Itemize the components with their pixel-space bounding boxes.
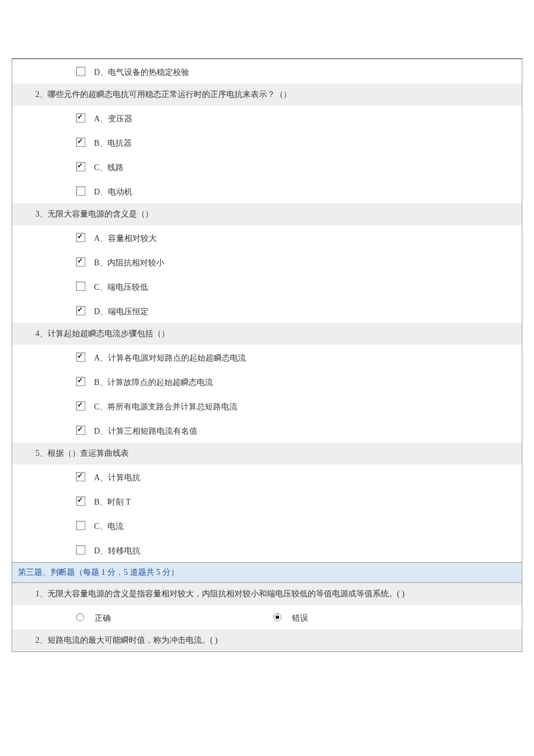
q5-option-b-label: B、时刻 T	[94, 497, 131, 507]
q2-option-d-row: D、电动机	[12, 179, 522, 203]
q3-option-c-label: C、端电压较低	[94, 282, 148, 293]
section3-q1-options: 正确 错误	[12, 605, 522, 629]
q5-option-a-checkbox[interactable]	[76, 472, 85, 481]
q4-option-b-row: B、计算故障点的起始超瞬态电流	[12, 369, 522, 394]
q5-option-d-label: D、转移电抗	[94, 546, 140, 556]
q4-option-c-label: C、将所有电源支路合并计算总短路电流	[94, 402, 237, 412]
q4-option-b-label: B、计算故障点的起始超瞬态电流	[94, 377, 213, 388]
section3-q1-false-label: 错误	[292, 613, 308, 624]
q4-option-d-label: D、计算三相短路电流有名值	[94, 426, 197, 437]
q3-option-b-label: B、内阻抗相对较小	[94, 258, 164, 268]
section3-q1-true-label: 正确	[95, 613, 111, 624]
q3-option-c-checkbox[interactable]	[76, 282, 85, 291]
q4-option-a-label: A、计算各电源对短路点的起始超瞬态电流	[94, 353, 246, 363]
q4-option-d-checkbox[interactable]	[76, 426, 85, 435]
q5-option-d-checkbox[interactable]	[76, 545, 85, 555]
q4-option-c-checkbox[interactable]	[76, 401, 85, 411]
q3-option-c-row: C、端电压较低	[12, 274, 522, 298]
q2-option-a-row: A、变压器	[12, 106, 522, 130]
q1-option-d-row: D、电气设备的热稳定校验	[12, 59, 522, 84]
section3-header: 第三题、判断题（每题 1 分，5 道题共 5 分）	[12, 562, 522, 583]
q3-option-d-label: D、端电压恒定	[94, 307, 149, 317]
q5-option-b-row: B、时刻 T	[12, 489, 522, 513]
section3-q1-false-radio[interactable]	[273, 613, 282, 621]
q4-option-b-checkbox[interactable]	[76, 377, 85, 386]
section3-q1-false-option: 错误	[273, 612, 308, 622]
q2-option-d-label: D、电动机	[94, 187, 132, 197]
q3-text: 3、无限大容量电源的含义是（）	[12, 203, 522, 225]
q4-option-a-checkbox[interactable]	[76, 352, 85, 362]
q2-option-d-checkbox[interactable]	[76, 186, 85, 196]
q2-option-c-row: C、线路	[12, 154, 522, 179]
q2-option-c-checkbox[interactable]	[76, 162, 85, 171]
quiz-container: D、电气设备的热稳定校验 2、哪些元件的超瞬态电抗可用稳态正常运行时的正序电抗来…	[12, 58, 522, 652]
q2-option-a-label: A、变压器	[94, 114, 132, 124]
q4-option-d-row: D、计算三相短路电流有名值	[12, 418, 522, 442]
section3-q1-true-radio[interactable]	[76, 613, 84, 621]
q3-option-a-row: A、容量相对较大	[12, 225, 522, 250]
q5-option-c-checkbox[interactable]	[76, 521, 85, 530]
q5-option-a-row: A、计算电抗	[12, 465, 522, 489]
q3-option-d-checkbox[interactable]	[76, 306, 85, 315]
q5-option-d-row: D、转移电抗	[12, 538, 522, 562]
q2-option-b-checkbox[interactable]	[76, 138, 85, 147]
q5-option-c-label: C、电流	[94, 521, 124, 532]
q2-text: 2、哪些元件的超瞬态电抗可用稳态正常运行时的正序电抗来表示？（）	[12, 84, 522, 106]
section3-q2-text: 2、短路电流的最大可能瞬时值，称为冲击电流。( )	[12, 629, 522, 651]
q3-option-d-row: D、端电压恒定	[12, 298, 522, 323]
q4-option-c-row: C、将所有电源支路合并计算总短路电流	[12, 394, 522, 418]
q2-option-a-checkbox[interactable]	[76, 113, 85, 123]
q3-option-b-checkbox[interactable]	[76, 257, 85, 267]
q5-text: 5、根据（）查运算曲线表	[12, 442, 522, 465]
q3-option-a-checkbox[interactable]	[76, 233, 85, 242]
q3-option-b-row: B、内阻抗相对较小	[12, 250, 522, 274]
q1-option-d-label: D、电气设备的热稳定校验	[94, 67, 189, 78]
q4-option-a-row: A、计算各电源对短路点的起始超瞬态电流	[12, 345, 522, 369]
q3-option-a-label: A、容量相对较大	[94, 233, 157, 244]
q2-option-b-row: B、电抗器	[12, 130, 522, 154]
q2-option-b-label: B、电抗器	[94, 138, 132, 149]
q5-option-a-label: A、计算电抗	[94, 473, 140, 483]
q1-option-d-checkbox[interactable]	[76, 67, 85, 76]
q4-text: 4、计算起始超瞬态电流步骤包括（）	[12, 323, 522, 345]
q2-option-c-label: C、线路	[94, 163, 124, 173]
section3-q1-text: 1、无限大容量电源的含义是指容量相对较大，内阻抗相对较小和端电压较低的等值电源或…	[12, 583, 522, 605]
q5-option-c-row: C、电流	[12, 513, 522, 538]
section3-q1-true-option: 正确	[76, 612, 111, 622]
q5-option-b-checkbox[interactable]	[76, 496, 85, 506]
